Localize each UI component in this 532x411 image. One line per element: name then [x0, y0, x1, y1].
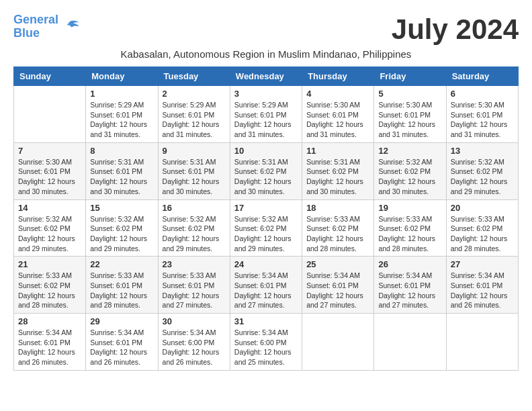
day-number: 16 [163, 203, 226, 213]
day-info: Sunrise: 5:33 AMSunset: 6:02 PMDaylight:… [378, 214, 441, 254]
calendar-week-row: 7Sunrise: 5:30 AMSunset: 6:01 PMDaylight… [14, 142, 519, 199]
calendar-cell: 17Sunrise: 5:32 AMSunset: 6:02 PMDayligh… [230, 199, 302, 257]
day-info: Sunrise: 5:33 AMSunset: 6:01 PMDaylight:… [90, 271, 153, 310]
calendar-cell: 29Sunrise: 5:34 AMSunset: 6:01 PMDayligh… [86, 314, 158, 371]
day-of-week-header: Wednesday [230, 67, 302, 86]
calendar-cell: 21Sunrise: 5:33 AMSunset: 6:02 PMDayligh… [14, 257, 86, 314]
day-number: 1 [90, 89, 153, 99]
calendar-cell: 4Sunrise: 5:30 AMSunset: 6:01 PMDaylight… [302, 86, 374, 143]
day-number: 12 [378, 146, 441, 156]
calendar-cell: 23Sunrise: 5:33 AMSunset: 6:01 PMDayligh… [158, 257, 230, 314]
day-number: 7 [18, 146, 81, 156]
calendar-cell: 18Sunrise: 5:33 AMSunset: 6:02 PMDayligh… [302, 199, 374, 257]
calendar-cell: 12Sunrise: 5:32 AMSunset: 6:02 PMDayligh… [374, 142, 446, 199]
calendar-cell [302, 314, 374, 371]
day-number: 30 [163, 316, 226, 326]
day-number: 3 [234, 89, 298, 99]
day-info: Sunrise: 5:29 AMSunset: 6:01 PMDaylight:… [90, 100, 153, 140]
calendar-cell: 13Sunrise: 5:32 AMSunset: 6:02 PMDayligh… [446, 142, 518, 199]
calendar-body: 1Sunrise: 5:29 AMSunset: 6:01 PMDaylight… [14, 86, 519, 371]
day-info: Sunrise: 5:32 AMSunset: 6:02 PMDaylight:… [18, 214, 81, 254]
calendar-cell: 14Sunrise: 5:32 AMSunset: 6:02 PMDayligh… [14, 199, 86, 257]
day-info: Sunrise: 5:34 AMSunset: 6:01 PMDaylight:… [306, 271, 369, 310]
calendar-cell: 31Sunrise: 5:34 AMSunset: 6:00 PMDayligh… [230, 314, 302, 371]
day-number: 8 [90, 146, 153, 156]
day-info: Sunrise: 5:30 AMSunset: 6:01 PMDaylight:… [451, 100, 514, 140]
day-info: Sunrise: 5:34 AMSunset: 6:01 PMDaylight:… [378, 271, 441, 310]
calendar-cell: 3Sunrise: 5:29 AMSunset: 6:01 PMDaylight… [230, 86, 302, 143]
day-info: Sunrise: 5:34 AMSunset: 6:01 PMDaylight:… [234, 271, 298, 310]
day-number: 14 [18, 203, 81, 213]
calendar-cell: 7Sunrise: 5:30 AMSunset: 6:01 PMDaylight… [14, 142, 86, 199]
day-number: 9 [163, 146, 226, 156]
day-number: 15 [90, 203, 153, 213]
calendar-cell: 2Sunrise: 5:29 AMSunset: 6:01 PMDaylight… [158, 86, 230, 143]
day-info: Sunrise: 5:33 AMSunset: 6:01 PMDaylight:… [163, 271, 226, 310]
month-year-title: July 2024 [392, 13, 519, 46]
calendar-cell: 10Sunrise: 5:31 AMSunset: 6:02 PMDayligh… [230, 142, 302, 199]
calendar-cell: 16Sunrise: 5:32 AMSunset: 6:02 PMDayligh… [158, 199, 230, 257]
calendar-header-row: SundayMondayTuesdayWednesdayThursdayFrid… [14, 67, 519, 86]
calendar-cell: 6Sunrise: 5:30 AMSunset: 6:01 PMDaylight… [446, 86, 518, 143]
calendar-week-row: 21Sunrise: 5:33 AMSunset: 6:02 PMDayligh… [14, 257, 519, 314]
calendar-table: SundayMondayTuesdayWednesdayThursdayFrid… [13, 66, 519, 371]
calendar-cell: 30Sunrise: 5:34 AMSunset: 6:00 PMDayligh… [158, 314, 230, 371]
day-number: 25 [306, 259, 369, 269]
day-info: Sunrise: 5:32 AMSunset: 6:02 PMDaylight:… [163, 214, 226, 254]
calendar-cell: 24Sunrise: 5:34 AMSunset: 6:01 PMDayligh… [230, 257, 302, 314]
day-info: Sunrise: 5:33 AMSunset: 6:02 PMDaylight:… [18, 271, 81, 310]
day-info: Sunrise: 5:31 AMSunset: 6:02 PMDaylight:… [306, 157, 369, 197]
day-info: Sunrise: 5:29 AMSunset: 6:01 PMDaylight:… [163, 100, 226, 140]
day-info: Sunrise: 5:30 AMSunset: 6:01 PMDaylight:… [18, 157, 81, 197]
day-info: Sunrise: 5:31 AMSunset: 6:01 PMDaylight:… [90, 157, 153, 197]
calendar-week-row: 28Sunrise: 5:34 AMSunset: 6:01 PMDayligh… [14, 314, 519, 371]
calendar-cell: 19Sunrise: 5:33 AMSunset: 6:02 PMDayligh… [374, 199, 446, 257]
calendar-cell: 9Sunrise: 5:31 AMSunset: 6:01 PMDaylight… [158, 142, 230, 199]
day-of-week-header: Sunday [14, 67, 86, 86]
calendar-cell: 11Sunrise: 5:31 AMSunset: 6:02 PMDayligh… [302, 142, 374, 199]
day-number: 10 [234, 146, 298, 156]
day-number: 28 [18, 316, 81, 326]
day-number: 17 [234, 203, 298, 213]
day-info: Sunrise: 5:32 AMSunset: 6:02 PMDaylight:… [378, 157, 441, 197]
day-number: 26 [378, 259, 441, 269]
calendar-cell: 15Sunrise: 5:32 AMSunset: 6:02 PMDayligh… [86, 199, 158, 257]
day-number: 21 [18, 259, 81, 269]
day-number: 24 [234, 259, 298, 269]
day-number: 19 [378, 203, 441, 213]
calendar-cell: 1Sunrise: 5:29 AMSunset: 6:01 PMDaylight… [86, 86, 158, 143]
day-info: Sunrise: 5:32 AMSunset: 6:02 PMDaylight:… [234, 214, 298, 254]
day-of-week-header: Friday [374, 67, 446, 86]
calendar-cell: 22Sunrise: 5:33 AMSunset: 6:01 PMDayligh… [86, 257, 158, 314]
calendar-cell [446, 314, 518, 371]
calendar-cell: 5Sunrise: 5:30 AMSunset: 6:01 PMDaylight… [374, 86, 446, 143]
calendar-cell: 27Sunrise: 5:34 AMSunset: 6:01 PMDayligh… [446, 257, 518, 314]
day-info: Sunrise: 5:29 AMSunset: 6:01 PMDaylight:… [234, 100, 298, 140]
day-info: Sunrise: 5:32 AMSunset: 6:02 PMDaylight:… [90, 214, 153, 254]
day-number: 5 [378, 89, 441, 99]
day-of-week-header: Thursday [302, 67, 374, 86]
logo-bird-icon [60, 19, 80, 35]
calendar-cell [374, 314, 446, 371]
day-info: Sunrise: 5:34 AMSunset: 6:00 PMDaylight:… [163, 328, 226, 367]
calendar-cell: 28Sunrise: 5:34 AMSunset: 6:01 PMDayligh… [14, 314, 86, 371]
day-info: Sunrise: 5:32 AMSunset: 6:02 PMDaylight:… [451, 157, 514, 197]
calendar-cell: 26Sunrise: 5:34 AMSunset: 6:01 PMDayligh… [374, 257, 446, 314]
day-number: 11 [306, 146, 369, 156]
day-of-week-header: Tuesday [158, 67, 230, 86]
day-info: Sunrise: 5:34 AMSunset: 6:01 PMDaylight:… [18, 328, 81, 367]
day-info: Sunrise: 5:34 AMSunset: 6:00 PMDaylight:… [234, 328, 298, 367]
calendar-week-row: 14Sunrise: 5:32 AMSunset: 6:02 PMDayligh… [14, 199, 519, 257]
day-info: Sunrise: 5:30 AMSunset: 6:01 PMDaylight:… [306, 100, 369, 140]
day-of-week-header: Saturday [446, 67, 518, 86]
calendar-week-row: 1Sunrise: 5:29 AMSunset: 6:01 PMDaylight… [14, 86, 519, 143]
day-number: 2 [163, 89, 226, 99]
month-title-section: July 2024 [392, 13, 519, 46]
day-of-week-header: Monday [86, 67, 158, 86]
calendar-cell: 20Sunrise: 5:33 AMSunset: 6:02 PMDayligh… [446, 199, 518, 257]
logo-text: General Blue [13, 13, 58, 40]
day-info: Sunrise: 5:34 AMSunset: 6:01 PMDaylight:… [451, 271, 514, 310]
day-number: 20 [451, 203, 514, 213]
day-number: 18 [306, 203, 369, 213]
day-info: Sunrise: 5:30 AMSunset: 6:01 PMDaylight:… [378, 100, 441, 140]
